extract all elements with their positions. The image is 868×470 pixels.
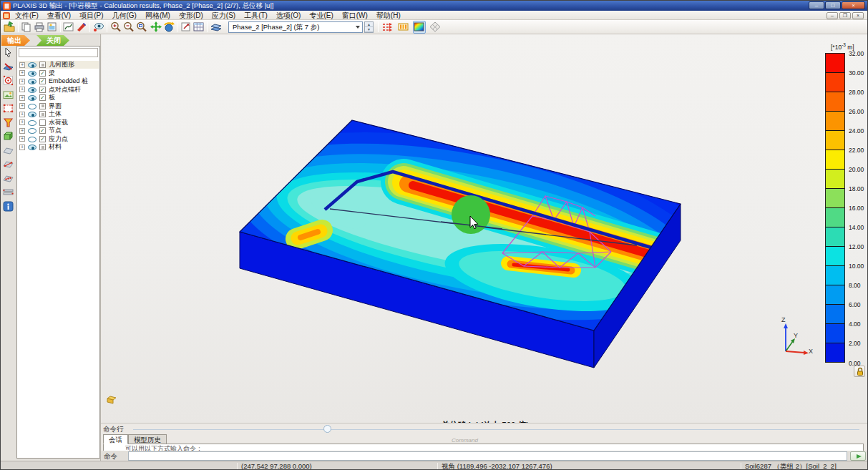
expand-icon[interactable] [19, 95, 25, 101]
eye-icon[interactable] [28, 87, 36, 93]
phases-button[interactable] [210, 21, 223, 34]
explorer-filter-input[interactable] [19, 48, 98, 57]
model-canvas[interactable] [102, 34, 868, 423]
print-button[interactable] [33, 21, 46, 34]
session-log[interactable]: 可以用以下方式输入命令： [103, 444, 864, 451]
reset-view-button[interactable] [180, 21, 192, 34]
snapshot-tool-icon[interactable] [2, 89, 15, 102]
open-project-button[interactable] [3, 21, 16, 34]
tree-row-soil[interactable]: 土体 [19, 110, 99, 118]
command-input[interactable] [128, 451, 847, 461]
tree-row-stress-points[interactable]: 应力点 [19, 135, 99, 143]
checkbox[interactable] [39, 94, 46, 101]
zoom-in-button[interactable] [109, 21, 122, 34]
pan-button[interactable] [150, 21, 162, 34]
filter-tool-icon[interactable] [2, 117, 15, 129]
phase-stepper[interactable]: ▲▼ [364, 21, 374, 33]
expand-icon[interactable] [19, 112, 25, 117]
curves-manager-button[interactable] [62, 21, 75, 34]
eye-icon[interactable] [28, 145, 36, 150]
export-image-button[interactable] [46, 21, 59, 34]
phase-selector[interactable]: Phase_2 [Phase_2] (第 7 步) [228, 21, 363, 33]
expand-icon[interactable] [19, 87, 25, 92]
menu-window[interactable]: 窗口(W) [338, 11, 372, 20]
tree-row-water-load[interactable]: 水荷载 [19, 119, 99, 127]
hide-items-button[interactable] [92, 21, 105, 34]
menu-expert[interactable]: 专业(E) [305, 11, 337, 20]
maximize-button[interactable]: □ [825, 1, 841, 9]
eye-icon[interactable] [28, 95, 36, 101]
checkbox[interactable] [39, 70, 46, 77]
menu-mesh[interactable]: 网格(M) [141, 11, 175, 20]
expand-icon[interactable] [19, 79, 25, 84]
eye-icon[interactable] [28, 128, 36, 134]
expand-panel-icon[interactable] [106, 396, 117, 405]
minimize-button[interactable]: – [809, 1, 824, 9]
tree-row-embedded-piles[interactable]: Embedded 桩 [19, 77, 99, 85]
tree-row-beams[interactable]: 梁 [19, 69, 99, 77]
eye-icon[interactable] [28, 71, 36, 77]
checkbox[interactable] [39, 136, 46, 142]
table-button[interactable] [192, 21, 205, 34]
expand-icon[interactable] [19, 62, 25, 68]
close-button[interactable]: × [842, 1, 865, 9]
eye-icon[interactable] [28, 79, 36, 84]
copy-button[interactable] [20, 21, 33, 34]
cross-section-tool-icon[interactable] [2, 61, 15, 74]
gradient-pen-button[interactable] [75, 21, 88, 34]
vertical-plane-line-tool-icon[interactable] [2, 158, 15, 171]
run-command-button[interactable] [850, 451, 866, 461]
splitter-handle-icon[interactable] [323, 425, 331, 433]
checkbox[interactable] [39, 119, 46, 126]
cursor-tool-icon[interactable] [2, 46, 15, 59]
panel-splitter[interactable] [133, 429, 859, 430]
contour-lines-button[interactable] [397, 21, 410, 34]
selection-box-tool-icon[interactable] [2, 102, 15, 115]
mdi-close-button[interactable]: × [852, 12, 864, 19]
deformed-arrows-button[interactable] [381, 21, 394, 34]
tab-session[interactable]: 会话 [103, 434, 128, 444]
rotate-button[interactable] [162, 21, 175, 34]
checkbox[interactable] [39, 144, 46, 150]
eye-icon[interactable] [28, 120, 36, 126]
expand-icon[interactable] [19, 103, 25, 109]
menu-options[interactable]: 选项(O) [272, 11, 305, 20]
zoom-rectangle-button[interactable] [135, 21, 148, 34]
expand-icon[interactable] [19, 70, 25, 76]
partial-geometry-tool-icon[interactable] [2, 130, 15, 143]
tree-row-plates[interactable]: 板 [19, 94, 99, 102]
expand-icon[interactable] [19, 136, 25, 142]
eye-icon[interactable] [28, 62, 36, 68]
tab-model-history[interactable]: 模型历史 [128, 434, 167, 444]
checkbox[interactable] [39, 62, 46, 68]
mdi-restore-button[interactable]: ❐ [839, 12, 851, 19]
menu-project[interactable]: 项目(P) [75, 11, 107, 20]
tree-row-materials[interactable]: 材料 [19, 143, 99, 151]
menu-geometry[interactable]: 几何(G) [107, 11, 140, 20]
menu-stresses[interactable]: 应力(S) [208, 11, 240, 20]
eye-icon[interactable] [28, 137, 36, 142]
eye-icon[interactable] [28, 112, 36, 117]
checkbox[interactable] [39, 103, 46, 109]
expand-icon[interactable] [19, 145, 25, 150]
info-tool-icon[interactable] [2, 200, 15, 213]
tree-row-interfaces[interactable]: 界面 [19, 102, 99, 110]
shadings-button[interactable] [413, 21, 426, 34]
tree-row-geometry[interactable]: 几何图形 [19, 61, 99, 69]
tree-row-anchors[interactable]: 点对点锚杆 [19, 86, 99, 94]
menu-file[interactable]: 文件(F) [11, 11, 43, 20]
zoom-out-button[interactable] [122, 21, 135, 34]
menu-tools[interactable]: 工具(T) [240, 11, 272, 20]
menu-view[interactable]: 查看(V) [43, 11, 75, 20]
eye-icon[interactable] [28, 104, 36, 109]
menu-help[interactable]: 帮助(H) [372, 11, 405, 20]
legend-lock-button[interactable] [854, 366, 865, 377]
checkbox[interactable] [39, 87, 46, 93]
tree-row-nodes[interactable]: 节点 [19, 127, 99, 134]
mdi-minimize-button[interactable]: – [826, 12, 838, 19]
node-marker-tool-icon[interactable] [2, 74, 15, 87]
horizontal-plane-tool-icon[interactable] [2, 145, 15, 157]
menu-deformations[interactable]: 变形(D) [175, 11, 208, 20]
tab-output[interactable]: 输出 [1, 35, 30, 46]
step-down-icon[interactable]: ▼ [365, 27, 373, 32]
